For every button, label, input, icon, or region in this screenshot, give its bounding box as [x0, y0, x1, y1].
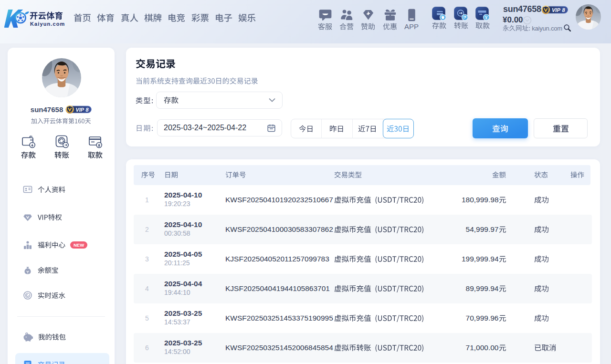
svg-text:VIP: VIP — [552, 7, 560, 13]
svg-text:VIP: VIP — [76, 107, 84, 113]
svg-text:8: 8 — [562, 7, 566, 13]
svg-text:8: 8 — [86, 107, 89, 113]
